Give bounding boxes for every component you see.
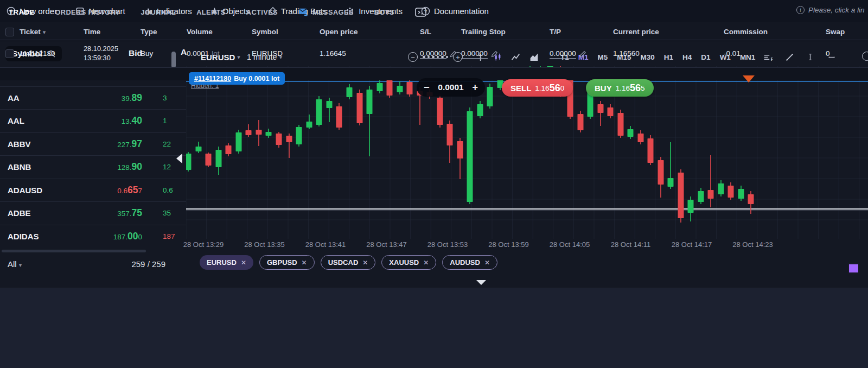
symbol-name: ADBE [8,208,31,218]
watchlist-row-adidas[interactable]: ADIDAS187.000187 [0,225,186,248]
column-header-type[interactable]: Type [141,28,187,36]
cell-swap: 0 [826,49,868,58]
symbol-tab-label: XAUUSD [389,258,419,267]
nav-item-documentation[interactable]: ?Documentation [421,7,489,16]
column-header-t-p[interactable]: T/P [550,28,613,36]
candle [246,130,252,135]
candle [618,113,624,136]
cell-trailing-stop[interactable]: 0.00000 [461,49,550,58]
watchlist-row-aa[interactable]: AA39.893 [0,86,186,110]
symbol-tab-audusd[interactable]: AUDUSD✕ [442,255,497,270]
watchlist-row-adbe[interactable]: ADBE357.7535 [0,201,186,225]
close-icon[interactable]: ✕ [423,259,429,267]
column-header-current-price[interactable]: Current price [613,28,724,36]
symbol-tab-eurusd[interactable]: EURUSD✕ [200,255,253,270]
info-icon: i [796,6,805,14]
row-checkbox[interactable] [5,49,14,58]
cell-ticket: 114112180 [20,49,84,58]
volume-stepper: − 0.0001 + [417,78,485,97]
candle [307,122,312,128]
candle [377,83,383,91]
close-icon[interactable]: ✕ [302,259,307,267]
ask-price-partial: 35 [163,209,186,217]
column-header-trailing-stop[interactable]: Trailing Stop [461,28,550,36]
symbol-tab-xauusd[interactable]: XAUUSD✕ [381,255,436,270]
sell-button[interactable]: SELL 1.16 56 0 [502,79,573,97]
candle [658,160,664,185]
symbol-name: AAL [8,116,24,125]
widget-square[interactable] [848,263,859,274]
candle [487,87,493,106]
candle [407,82,413,94]
x-axis-label: 28 Oct 14:11 [604,240,658,249]
symbol-name: ABNB [8,162,31,172]
price-marker-icon [743,75,755,83]
candle [236,132,242,151]
tab-actives[interactable]: ACTIVES [246,8,278,16]
cell-sl[interactable]: 0.00000 [420,49,461,58]
candle [357,93,363,123]
candle [447,124,453,145]
candle [367,90,373,114]
tab-alerts[interactable]: ALERTS [196,8,226,16]
bottom-panel-collapse-icon[interactable] [476,280,486,285]
pencil-icon[interactable] [450,50,457,58]
volume-decrease-button[interactable]: − [424,83,430,92]
symbol-tab-gbpusd[interactable]: GBPUSD✕ [259,255,315,270]
watchlist-row-abnb[interactable]: ABNB128.9012 [0,155,186,179]
candle [477,104,483,116]
trade-table-header: Ticket▾TimeTypeVolumeSymbolOpen priceS/L… [0,24,868,40]
chevron-down-icon: ▾ [19,262,22,268]
tab-orders-history[interactable]: ORDERS HISTORY [55,8,120,16]
column-header-s-l[interactable]: S/L [420,28,461,36]
close-icon[interactable]: ✕ [362,259,368,267]
candle [256,130,262,135]
volume-increase-button[interactable]: + [472,83,478,92]
envelope-icon [298,8,308,16]
volume-value[interactable]: 0.0001 [438,83,463,92]
open-position-flag[interactable]: #114112180 Buy 0.0001 lot [189,72,285,85]
watchlist-row-abbv[interactable]: ABBV227.9722 [0,132,186,156]
candle [216,150,222,167]
trade-table-row[interactable]: 11411218028.10.202513:59:30Buy0.0001lotE… [0,40,868,67]
candle [638,134,644,142]
terminal-tab-icon[interactable] [415,8,426,17]
select-all-checkbox[interactable] [5,28,14,36]
buy-button[interactable]: BUY 1.16 56 5 [586,79,654,97]
column-header-open-price[interactable]: Open price [320,28,420,36]
watchlist-row-aal[interactable]: AAL13.401 [0,109,186,132]
column-header-commission[interactable]: Commission [724,28,826,36]
watchlist-row-adausd[interactable]: ADAUSD0.66570.6 [0,179,186,202]
watchlist-counter: 259 / 259 [131,259,165,269]
chart-plot-area[interactable]: Hidden: 1 #114112180 Buy 0.0001 lot − 0.… [186,66,868,239]
column-header-swap[interactable]: Swap [826,28,868,36]
close-icon[interactable]: ✕ [484,259,490,267]
candle [628,129,634,137]
candle [718,183,724,194]
tab-journal[interactable]: JOURNAL [141,8,176,16]
row-checkbox-cell [0,49,20,58]
candle [578,114,584,130]
watchlist-rows: A146.6914AA39.893AAL13.401ABBV227.9722AB… [0,63,186,248]
close-icon[interactable]: ✕ [241,259,246,267]
symbol-tab-usdcad[interactable]: USDCAD✕ [321,255,376,270]
cell-current-price: 1.16560 [613,49,724,58]
tab-trade[interactable]: TRADE [9,8,34,16]
symbol-tab-label: USDCAD [328,258,359,267]
candle [336,106,342,128]
column-header-volume[interactable]: Volume [187,28,252,36]
sidebar-collapse-icon[interactable] [176,154,182,163]
pencil-icon[interactable] [579,50,586,58]
column-header-ticket[interactable]: Ticket▾ [20,28,84,36]
watchlist-hscrollbar-thumb[interactable] [2,250,146,252]
pencil-icon[interactable] [491,50,498,58]
column-header-time[interactable]: Time [84,28,141,36]
watchlist-filter[interactable]: All▾ [8,259,22,269]
column-header-symbol[interactable]: Symbol [252,28,320,36]
tab-messages[interactable]: MESSAGES [298,8,354,16]
ask-price-partial: 1 [163,117,186,125]
symbol-tab-label: GBPUSD [267,258,297,267]
cell-tp[interactable]: 0.00000 [550,49,613,58]
cell-time: 28.10.202513:59:30 [84,45,141,62]
tab-bots[interactable]: BOTS [374,8,394,16]
